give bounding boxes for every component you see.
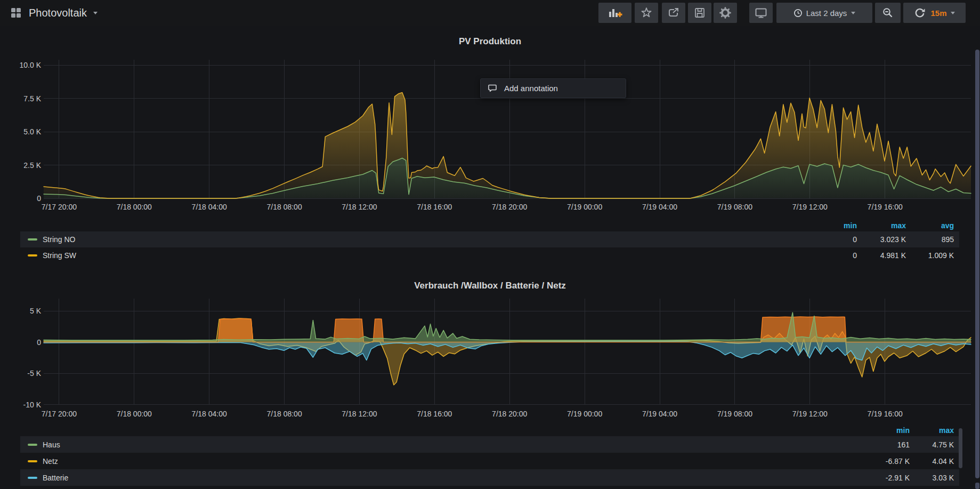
- legend-stat-value: 0: [808, 251, 857, 260]
- legend-stat-value: 895: [906, 235, 954, 244]
- legend-row: Netz-6.87 K4.04 K: [20, 453, 959, 469]
- dashboard-title-group[interactable]: Photovoltaik: [10, 0, 98, 26]
- page-scrollbar-end[interactable]: [975, 483, 979, 489]
- legend-stat-value: 3.03 K: [910, 474, 954, 482]
- share-icon: [667, 6, 680, 19]
- legend-header-row: minmaxavg: [20, 220, 959, 231]
- panel-title-pv-produktion[interactable]: PV Produktion: [0, 36, 980, 47]
- x-tick-label: 7/18 20:00: [492, 410, 527, 418]
- legend-header-row: minmax: [20, 424, 959, 436]
- series-label[interactable]: String SW: [43, 251, 76, 260]
- save-icon: [693, 6, 706, 19]
- x-tick-label: 7/19 08:00: [717, 410, 752, 418]
- page-scrollbar-thumb[interactable]: [975, 50, 979, 478]
- x-tick-label: 7/19 08:00: [717, 203, 752, 211]
- x-tick-label: 7/19 00:00: [567, 410, 602, 418]
- x-tick-label: 7/18 12:00: [342, 203, 377, 211]
- y-tick-label: -10 K: [23, 400, 42, 409]
- x-tick-label: 7/19 04:00: [642, 203, 677, 211]
- time-range-picker[interactable]: Last 2 days: [776, 3, 872, 23]
- x-tick-label: 7/18 16:00: [417, 203, 452, 211]
- monitor-icon: [755, 6, 767, 19]
- chart2-plot[interactable]: -10 K-5 K05 K7/17 20:007/18 00:007/18 04…: [23, 299, 971, 418]
- legend-row: Batterie-2.91 K3.03 K: [20, 469, 959, 486]
- legend-pv-produktion: minmaxavgString NO03.023 K895String SW04…: [20, 220, 959, 263]
- x-tick-label: 7/17 20:00: [42, 410, 77, 418]
- legend-stat-header-min[interactable]: min: [865, 426, 910, 435]
- legend-stat-value: -2.91 K: [865, 474, 910, 482]
- cycle-view-mode-button[interactable]: [749, 3, 773, 23]
- x-tick-label: 7/18 08:00: [267, 410, 302, 418]
- x-tick-label: 7/19 12:00: [792, 410, 828, 418]
- time-range-label: Last 2 days: [806, 9, 847, 18]
- y-tick-label: 5 K: [30, 307, 42, 315]
- save-dashboard-button[interactable]: [688, 3, 711, 23]
- y-tick-label: 0: [37, 338, 41, 347]
- refresh-interval-label: 15m: [930, 9, 946, 18]
- legend-stat-value: 4.981 K: [857, 251, 906, 260]
- x-tick-label: 7/18 12:00: [342, 410, 377, 418]
- zoom-out-time-button[interactable]: [875, 3, 901, 23]
- star-icon: [640, 6, 653, 19]
- series-label[interactable]: Batterie: [43, 474, 68, 482]
- legend-row: String SW04.981 K1.009 K: [20, 247, 959, 263]
- legend-scrollbar-thumb[interactable]: [959, 428, 962, 468]
- y-tick-label: 0: [37, 194, 41, 203]
- series-area-batterie: [44, 341, 971, 360]
- legend-stat-value: 3.023 K: [857, 235, 906, 244]
- add-panel-button[interactable]: [598, 3, 631, 23]
- navbar: Photovoltaik: [0, 0, 980, 26]
- series-label[interactable]: Haus: [43, 440, 60, 449]
- chevron-down-icon: [951, 12, 955, 14]
- grafana-dashboard: 02.5 K5.0 K7.5 K10.0 K7/17 20:007/18 00:…: [0, 0, 980, 489]
- y-tick-label: -5 K: [27, 369, 41, 378]
- y-tick-label: 7.5 K: [23, 94, 41, 103]
- star-dashboard-button[interactable]: [635, 3, 658, 23]
- series-color-swatch[interactable]: [28, 460, 37, 462]
- series-label[interactable]: String NO: [43, 235, 75, 244]
- share-dashboard-button[interactable]: [662, 3, 685, 23]
- refresh-picker[interactable]: 15m: [903, 3, 966, 23]
- gear-icon: [719, 6, 732, 19]
- y-tick-label: 10.0 K: [20, 61, 42, 69]
- add-annotation-menu-item[interactable]: Add annotation: [480, 78, 626, 98]
- legend-row: String NO03.023 K895: [20, 231, 959, 247]
- legend-row: Haus1614.75 K: [20, 436, 959, 453]
- x-tick-label: 7/19 16:00: [868, 410, 903, 418]
- legend-stat-value: 161: [865, 440, 910, 449]
- legend-stat-header-max[interactable]: max: [857, 221, 906, 230]
- dashboards-grid-icon: [10, 6, 22, 19]
- dashboard-title[interactable]: Photovoltaik: [29, 7, 87, 19]
- x-tick-label: 7/18 04:00: [192, 410, 227, 418]
- legend-stat-value: 4.75 K: [910, 440, 954, 449]
- add-annotation-label: Add annotation: [504, 84, 558, 93]
- magnifier-minus-icon: [881, 6, 894, 19]
- y-tick-label: 5.0 K: [23, 127, 41, 136]
- series-color-swatch[interactable]: [28, 477, 37, 479]
- legend-verbrauch: minmaxHaus1614.75 KNetz-6.87 K4.04 KBatt…: [20, 424, 959, 486]
- legend-stat-header-max[interactable]: max: [910, 426, 954, 435]
- legend-stat-header-avg[interactable]: avg: [906, 221, 954, 230]
- dashboard-settings-button[interactable]: [714, 3, 737, 23]
- panel-title-verbrauch[interactable]: Verbrauch /Wallbox / Batterie / Netz: [0, 280, 980, 291]
- x-tick-label: 7/19 16:00: [868, 203, 903, 211]
- x-tick-label: 7/18 08:00: [267, 203, 302, 211]
- series-color-swatch[interactable]: [28, 238, 37, 241]
- legend-stat-value: 0: [808, 235, 857, 244]
- x-tick-label: 7/18 16:00: [417, 410, 452, 418]
- add-panel-icon: [608, 7, 622, 19]
- x-tick-label: 7/19 00:00: [567, 203, 602, 211]
- x-tick-label: 7/18 00:00: [117, 410, 152, 418]
- y-tick-label: 2.5 K: [23, 161, 41, 170]
- refresh-icon: [914, 7, 926, 19]
- clock-icon: [793, 9, 803, 18]
- series-color-swatch[interactable]: [28, 254, 37, 256]
- legend-stat-header-min[interactable]: min: [808, 221, 857, 230]
- x-tick-label: 7/19 04:00: [642, 410, 677, 418]
- x-tick-label: 7/18 04:00: [192, 203, 227, 211]
- legend-stat-value: -6.87 K: [865, 457, 910, 466]
- series-label[interactable]: Netz: [43, 457, 58, 466]
- chevron-down-icon: [93, 12, 98, 14]
- chevron-down-icon: [851, 12, 855, 14]
- series-color-swatch[interactable]: [28, 444, 37, 446]
